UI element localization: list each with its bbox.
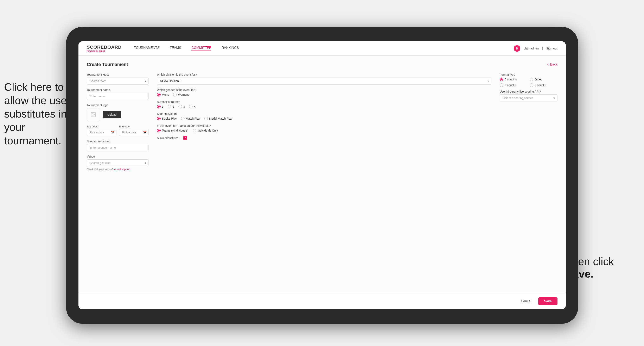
- scoring-api-select[interactable]: Select a scoring service: [500, 94, 558, 101]
- tournament-logo-group: Tournament logo Upload: [87, 104, 149, 121]
- rounds-3[interactable]: 3: [178, 105, 185, 108]
- nav-committee[interactable]: COMMITTEE: [192, 46, 211, 51]
- division-select[interactable]: NCAA Division I: [157, 78, 492, 85]
- gender-mens[interactable]: Mens: [157, 93, 169, 97]
- logo-placeholder: [87, 108, 100, 121]
- event-individuals-radio[interactable]: [193, 129, 196, 132]
- tournament-logo-label: Tournament logo: [87, 104, 149, 107]
- venue-note: Can't find your venue? email support: [87, 168, 149, 171]
- scoring-radio-group: Stroke Play Match Play Medal Match Play: [157, 117, 492, 120]
- rounds-4[interactable]: 4: [189, 105, 196, 108]
- venue-input[interactable]: [87, 159, 149, 167]
- gender-label: Which gender is the event for?: [157, 88, 492, 92]
- logo-powered: Powered by clippd: [87, 50, 122, 52]
- event-type-label: Is this event for Teams and/or Individua…: [157, 124, 492, 127]
- form-footer: Cancel Save: [78, 293, 566, 309]
- scoring-medal-match[interactable]: Medal Match Play: [204, 117, 232, 120]
- format-6count5-label: 6 count 5: [534, 84, 546, 87]
- scoring-medal-match-radio[interactable]: [204, 117, 208, 120]
- event-teams-radio[interactable]: [157, 129, 161, 132]
- venue-group: Venue Can't find your venue? email suppo…: [87, 155, 149, 171]
- upload-button[interactable]: Upload: [103, 111, 121, 118]
- gender-radio-group: Mens Womens: [157, 93, 492, 97]
- nav-tournaments[interactable]: TOURNAMENTS: [134, 46, 160, 51]
- back-link[interactable]: < Back: [547, 63, 558, 66]
- save-button[interactable]: Save: [538, 297, 558, 305]
- form-middle-section: Which division is the event for? NCAA Di…: [157, 73, 492, 171]
- gender-womens-radio[interactable]: [173, 93, 177, 97]
- dates-group: Start date 📅 End date 📅: [87, 125, 149, 136]
- tablet-screen: SCOREBOARD Powered by clippd TOURNAMENTS…: [78, 41, 566, 309]
- rounds-label: Number of rounds: [157, 100, 492, 104]
- tablet-device: SCOREBOARD Powered by clippd TOURNAMENTS…: [66, 27, 578, 324]
- nav-right: B blair admin | Sign out: [514, 45, 558, 52]
- gender-group: Which gender is the event for? Mens Wome…: [157, 88, 492, 97]
- tournament-name-input[interactable]: [87, 93, 149, 100]
- format-other-label: Other: [534, 78, 542, 81]
- form-left-section: Tournament Host Tournament name Tourname…: [87, 73, 149, 171]
- rounds-2[interactable]: 2: [168, 105, 174, 108]
- format-6count4-radio[interactable]: [500, 83, 504, 87]
- format-other-radio[interactable]: [530, 78, 533, 81]
- division-label: Which division is the event for?: [157, 73, 492, 76]
- date-row: Start date 📅 End date 📅: [87, 125, 149, 136]
- event-individuals-label: Individuals Only: [198, 129, 218, 132]
- start-date-group: Start date 📅: [87, 125, 116, 136]
- start-date-calendar-icon: 📅: [111, 131, 114, 134]
- gender-womens-label: Womens: [178, 93, 189, 96]
- signout-link[interactable]: Sign out: [546, 47, 558, 50]
- tournament-host-input[interactable]: [87, 78, 149, 85]
- format-6count4-label: 6 count 4: [505, 84, 516, 87]
- substitutes-group: Allow substitutes? ✓: [157, 136, 492, 140]
- nav-rankings[interactable]: RANKINGS: [222, 46, 239, 51]
- nav-teams[interactable]: TEAMS: [170, 46, 181, 51]
- rounds-1-radio[interactable]: [157, 105, 161, 108]
- rounds-4-label: 4: [194, 105, 196, 108]
- event-teams[interactable]: Teams (+Individuals): [157, 129, 188, 132]
- format-5count4-label: 5 count 4: [505, 78, 516, 81]
- scoring-match[interactable]: Match Play: [181, 117, 200, 120]
- sponsor-group: Sponsor (optional): [87, 140, 149, 151]
- scoring-medal-match-label: Medal Match Play: [209, 117, 232, 120]
- sponsor-input[interactable]: [87, 144, 149, 151]
- substitutes-item: Allow substitutes? ✓: [157, 136, 492, 140]
- format-other[interactable]: Other: [530, 78, 558, 81]
- app-logo: SCOREBOARD Powered by clippd: [87, 44, 122, 52]
- tournament-host-label: Tournament Host: [87, 73, 149, 76]
- rounds-2-radio[interactable]: [168, 105, 172, 108]
- rounds-3-radio[interactable]: [178, 105, 182, 108]
- venue-label: Venue: [87, 155, 149, 158]
- scoring-stroke-label: Stroke Play: [162, 117, 177, 120]
- format-5count4-radio[interactable]: [500, 78, 504, 81]
- scoring-stroke[interactable]: Stroke Play: [157, 117, 177, 120]
- event-type-radio-group: Teams (+Individuals) Individuals Only: [157, 129, 492, 132]
- division-group: Which division is the event for? NCAA Di…: [157, 73, 492, 85]
- event-type-group: Is this event for Teams and/or Individua…: [157, 124, 492, 132]
- end-date-group: End date 📅: [119, 125, 149, 136]
- substitutes-checkbox[interactable]: ✓: [183, 136, 187, 140]
- scoring-stroke-radio[interactable]: [157, 117, 161, 120]
- end-date-calendar-icon: 📅: [143, 131, 146, 134]
- rounds-1-label: 1: [162, 105, 164, 108]
- event-individuals[interactable]: Individuals Only: [193, 129, 218, 132]
- tournament-host-group: Tournament Host: [87, 73, 149, 85]
- cancel-button[interactable]: Cancel: [517, 297, 536, 305]
- end-date-label: End date: [119, 125, 149, 128]
- format-6count5[interactable]: 6 count 5: [530, 83, 558, 87]
- rounds-4-radio[interactable]: [189, 105, 193, 108]
- page-header: Create Tournament < Back: [87, 62, 558, 67]
- email-support-link[interactable]: email support: [114, 168, 130, 171]
- scoring-api-group: Use third-party live scoring API? Select…: [500, 90, 558, 101]
- format-6count5-radio[interactable]: [530, 83, 533, 87]
- logo-scoreboard: SCOREBOARD: [87, 44, 122, 50]
- user-name: blair admin: [524, 47, 539, 50]
- format-5count4[interactable]: 5 count 4: [500, 78, 528, 81]
- rounds-3-label: 3: [183, 105, 185, 108]
- rounds-1[interactable]: 1: [157, 105, 164, 108]
- scoring-match-radio[interactable]: [181, 117, 184, 120]
- scoring-label: Scoring system: [157, 112, 492, 116]
- gender-womens[interactable]: Womens: [173, 93, 189, 97]
- format-6count4[interactable]: 6 count 4: [500, 83, 528, 87]
- format-group: Format type 5 count 4 Other: [500, 73, 558, 87]
- gender-mens-radio[interactable]: [157, 93, 161, 97]
